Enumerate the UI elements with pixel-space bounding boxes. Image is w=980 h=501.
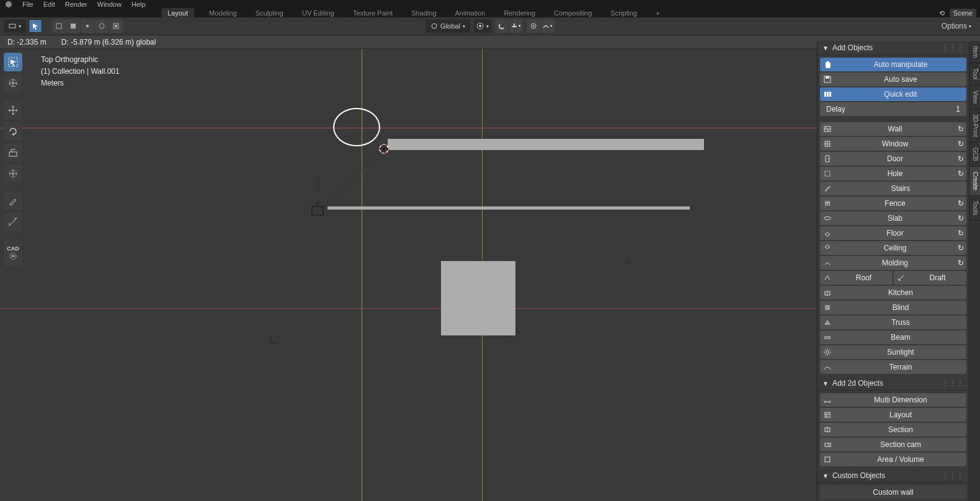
area-volume-button[interactable]: Area / Volume (820, 453, 966, 466)
stairs-button[interactable]: Stairs (820, 182, 966, 195)
layout-button[interactable]: Layout (820, 408, 966, 422)
menu-edit[interactable]: Edit (43, 1, 55, 8)
select-box-button[interactable] (29, 19, 42, 33)
tab-texture-paint[interactable]: Texture Paint (349, 9, 396, 17)
tab-animation[interactable]: Animation (452, 9, 489, 17)
refresh-icon[interactable]: ↻ (955, 214, 966, 223)
add-2d-header[interactable]: ▼ Add 2d Objects ⋮⋮⋮ (817, 376, 969, 391)
annotate-tool[interactable] (4, 192, 22, 210)
transform-tool[interactable] (4, 164, 22, 183)
truss-button[interactable]: Truss (820, 316, 966, 329)
mode-dropdown[interactable]: ▾ (4, 19, 26, 33)
tool-shelf: CAD (4, 53, 22, 266)
orientation-dropdown[interactable]: Global ▾ (425, 19, 470, 33)
scene-dropdown[interactable]: Scene (950, 9, 976, 17)
pivot-4[interactable] (95, 19, 109, 33)
roof-button[interactable]: Roof (820, 271, 893, 285)
multi-dimension-button[interactable]: Multi Dimension (820, 393, 966, 407)
refresh-icon[interactable]: ↻ (955, 169, 966, 178)
snap-type[interactable]: ▾ (509, 19, 523, 33)
refresh-icon[interactable]: ↻ (955, 244, 966, 252)
section-cam-button[interactable]: Section cam (820, 438, 966, 451)
sunlight-button[interactable]: Sunlight (820, 345, 966, 359)
menu-help[interactable]: Help (131, 1, 146, 8)
section-button[interactable]: Section (820, 423, 966, 437)
tab-compositing[interactable]: Compositing (550, 9, 595, 17)
snap-toggle[interactable] (495, 19, 509, 33)
tab-scripting[interactable]: Scripting (607, 9, 641, 17)
tab-layout[interactable]: Layout (161, 8, 194, 18)
floor-button[interactable]: Floor↻ (820, 226, 966, 240)
rotate-tool[interactable] (4, 122, 22, 141)
scale-tool[interactable] (4, 143, 22, 162)
light-icon[interactable] (620, 254, 635, 269)
options-dropdown[interactable]: Options ▾ (937, 22, 976, 30)
back-icon[interactable]: ⟲ (939, 9, 945, 17)
blind-button[interactable]: Blind (820, 301, 966, 314)
tab-tools[interactable]: Tools (969, 196, 980, 221)
hole-button[interactable]: Hole↻ (820, 167, 966, 180)
refresh-icon[interactable]: ↻ (955, 154, 966, 163)
tab-tool[interactable]: Tool (969, 63, 980, 85)
auto-save-button[interactable]: Auto save (820, 73, 966, 86)
viewport-3d[interactable]: /* static grid drawn below */ (0, 49, 817, 501)
wall-object-2[interactable] (327, 206, 690, 210)
slab-button[interactable]: Slab↻ (820, 211, 966, 225)
camera-icon[interactable] (309, 202, 327, 220)
tab-rendering[interactable]: Rendering (500, 9, 539, 17)
molding-button[interactable]: Molding↻ (820, 256, 966, 270)
auto-manipulate-button[interactable]: Auto manipulate (820, 58, 966, 71)
add-objects-header[interactable]: ▼ Add Objects ⋮⋮⋮ (817, 41, 969, 55)
tab-sculpting[interactable]: Sculpting (252, 9, 287, 17)
delay-field[interactable]: Delay 1 (820, 102, 966, 116)
proportional-toggle[interactable] (527, 19, 540, 33)
proportional-type[interactable]: ▾ (541, 19, 555, 33)
menu-file[interactable]: File (22, 1, 33, 8)
tab-shading[interactable]: Shading (408, 9, 440, 17)
tab-create[interactable]: Create (969, 167, 980, 196)
empty-axis-icon[interactable] (268, 333, 280, 345)
beam-button[interactable]: Beam (820, 330, 966, 344)
refresh-icon[interactable]: ↻ (955, 199, 966, 208)
measure-tool[interactable] (4, 213, 22, 231)
menu-window[interactable]: Window (97, 1, 122, 8)
tab-modeling[interactable]: Modeling (205, 9, 241, 17)
tab-3dprint[interactable]: 3D-Print (969, 109, 980, 143)
fence-button[interactable]: Fence↻ (820, 197, 966, 210)
pivot-5[interactable] (109, 19, 123, 33)
add-workspace-button[interactable]: + (652, 9, 663, 17)
move-tool[interactable] (4, 101, 22, 120)
quick-edit-button[interactable]: Quick edit (820, 87, 966, 101)
draft-button[interactable]: Draft (894, 271, 966, 285)
select-tool[interactable] (4, 53, 22, 71)
pivot-2[interactable] (66, 19, 80, 33)
refresh-icon[interactable]: ↻ (955, 125, 966, 133)
kitchen-button[interactable]: Kitchen (820, 286, 966, 299)
tab-view[interactable]: View (969, 86, 980, 110)
cad-tool[interactable]: CAD (4, 240, 22, 266)
grip-icon[interactable]: ⋮⋮⋮ (942, 43, 964, 52)
ceiling-button[interactable]: Ceiling↻ (820, 241, 966, 255)
wall-object-1[interactable] (388, 139, 704, 150)
tab-item[interactable]: Item (969, 41, 980, 63)
custom-wall-button[interactable]: Custom wall (820, 485, 966, 499)
door-button[interactable]: Door↻ (820, 152, 966, 166)
refresh-icon[interactable]: ↻ (955, 140, 966, 148)
custom-objects-header[interactable]: ▼ Custom Objects ⋮⋮⋮ (817, 469, 969, 483)
menu-render[interactable]: Render (65, 1, 87, 8)
pivot-3[interactable] (81, 19, 94, 33)
grip-icon[interactable]: ⋮⋮⋮ (942, 471, 964, 480)
tab-gcb[interactable]: GCB (969, 143, 980, 167)
pivot-1[interactable] (52, 19, 66, 33)
refresh-icon[interactable]: ↻ (955, 259, 966, 267)
cube-object[interactable] (441, 261, 515, 335)
grip-icon[interactable]: ⋮⋮⋮ (942, 379, 964, 388)
window-button[interactable]: Window↻ (820, 137, 966, 151)
refresh-icon[interactable]: ↻ (955, 229, 966, 237)
tab-uv-editing[interactable]: UV Editing (298, 9, 338, 17)
pivot-dropdown[interactable]: ▾ (474, 19, 491, 33)
cursor-tool[interactable] (4, 74, 22, 92)
terrain-button[interactable]: Terrain (820, 360, 966, 374)
quick-edit-label: Quick edit (835, 90, 966, 99)
wall-button[interactable]: Wall↻ (820, 122, 966, 136)
